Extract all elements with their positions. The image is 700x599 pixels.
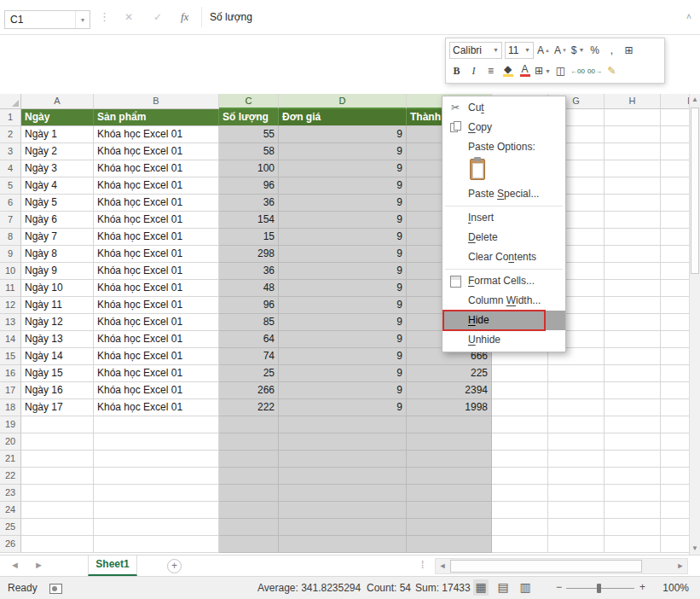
cell-D18[interactable]: 9 <box>279 399 407 416</box>
cell-I17[interactable] <box>661 382 689 399</box>
cell-I19[interactable] <box>661 416 689 433</box>
cell-D25[interactable] <box>279 519 407 536</box>
cell-G18[interactable] <box>548 399 605 416</box>
cell-F19[interactable] <box>492 416 548 433</box>
cell-B23[interactable] <box>94 485 219 502</box>
cell-C7[interactable]: 154 <box>219 212 279 229</box>
cell-D26[interactable] <box>279 536 407 553</box>
cell-A4[interactable]: Ngày 3 <box>21 160 94 177</box>
insert-function-icon[interactable]: fx <box>181 10 188 24</box>
menu-item-unhide[interactable]: Unhide <box>443 330 565 350</box>
cell-C4[interactable]: 100 <box>219 160 279 177</box>
cell-B10[interactable]: Khóa học Excel 01 <box>94 263 219 280</box>
cell-A16[interactable]: Ngày 15 <box>21 365 94 382</box>
new-sheet-button[interactable]: + <box>167 559 182 573</box>
cell-F16[interactable] <box>492 365 548 382</box>
menu-item-paste-options[interactable]: Paste Options: <box>443 137 565 157</box>
cell-C11[interactable]: 48 <box>219 280 279 297</box>
cell-D17[interactable]: 9 <box>279 382 407 399</box>
percent-style-button[interactable]: % <box>587 42 602 59</box>
cell-H25[interactable] <box>605 519 661 536</box>
zoom-in-button[interactable]: + <box>639 581 645 593</box>
cell-A12[interactable]: Ngày 11 <box>21 297 94 314</box>
cell-I5[interactable] <box>661 177 689 195</box>
cell-I3[interactable] <box>661 143 689 160</box>
cell-B12[interactable]: Khóa học Excel 01 <box>94 297 219 314</box>
cell-H17[interactable] <box>605 382 661 399</box>
cell-I8[interactable] <box>661 229 689 246</box>
cell-H22[interactable] <box>605 468 661 485</box>
cell-G19[interactable] <box>548 416 605 433</box>
cell-E16[interactable]: 225 <box>407 365 492 382</box>
cell-G26[interactable] <box>548 536 605 553</box>
cell-E25[interactable] <box>407 519 492 536</box>
cell-B9[interactable]: Khóa học Excel 01 <box>94 246 219 263</box>
cell-D14[interactable]: 9 <box>279 331 407 348</box>
cell-C17[interactable]: 266 <box>219 382 279 399</box>
formula-bar-input[interactable]: Số lượng <box>210 11 252 23</box>
cell-C21[interactable] <box>219 451 279 468</box>
cell-I22[interactable] <box>661 468 689 485</box>
cell-F17[interactable] <box>492 382 548 399</box>
column-header-I[interactable]: I <box>661 94 689 109</box>
cell-D3[interactable]: 9 <box>279 143 407 160</box>
row-header-17[interactable]: 17 <box>0 382 21 399</box>
macro-record-icon[interactable] <box>49 584 62 594</box>
cell-C13[interactable]: 85 <box>219 314 279 331</box>
row-header-2[interactable]: 2 <box>0 126 21 143</box>
cell-D12[interactable]: 9 <box>279 297 407 314</box>
cell-H11[interactable] <box>605 280 661 297</box>
cell-A20[interactable] <box>21 433 94 451</box>
cell-B17[interactable]: Khóa học Excel 01 <box>94 382 219 399</box>
cell-F24[interactable] <box>492 502 548 519</box>
horizontal-scroll-thumb[interactable] <box>450 560 642 573</box>
menu-item-format-cells[interactable]: Format Cells... <box>443 271 565 291</box>
zoom-slider-handle[interactable] <box>597 584 601 593</box>
cell-I12[interactable] <box>661 297 689 314</box>
cell-G24[interactable] <box>548 502 605 519</box>
row-header-15[interactable]: 15 <box>0 348 21 365</box>
row-header-10[interactable]: 10 <box>0 263 21 280</box>
cell-H2[interactable] <box>605 126 661 143</box>
cell-H12[interactable] <box>605 297 661 314</box>
fill-color-button[interactable]: ◆ <box>500 62 515 79</box>
cell-H15[interactable] <box>605 348 661 365</box>
cell-B24[interactable] <box>94 502 219 519</box>
cell-A2[interactable]: Ngày 1 <box>21 126 94 143</box>
column-header-C[interactable]: C <box>219 94 279 109</box>
cell-E24[interactable] <box>407 502 492 519</box>
cell-A22[interactable] <box>21 468 94 485</box>
merge-center-button[interactable]: ◫ <box>553 62 568 79</box>
cell-H8[interactable] <box>605 229 661 246</box>
font-color-button[interactable]: A <box>518 62 532 79</box>
cell-A14[interactable]: Ngày 13 <box>21 331 94 348</box>
collapse-formula-bar-icon[interactable]: ˄ <box>686 12 691 21</box>
cell-D24[interactable] <box>279 502 407 519</box>
cell-C23[interactable] <box>219 485 279 502</box>
cell-I15[interactable] <box>661 348 689 365</box>
cell-A21[interactable] <box>21 451 94 468</box>
cell-F21[interactable] <box>492 451 548 468</box>
cell-F20[interactable] <box>492 433 548 451</box>
zoom-slider[interactable] <box>566 588 634 589</box>
cell-B25[interactable] <box>94 519 219 536</box>
page-layout-view-button[interactable]: ▤ <box>495 579 511 596</box>
page-break-view-button[interactable]: ▥ <box>518 579 533 596</box>
name-box[interactable]: C1 ▾ <box>4 10 90 29</box>
format-as-table-icon[interactable]: ⊞ <box>622 42 636 59</box>
cell-B3[interactable]: Khóa học Excel 01 <box>94 143 219 160</box>
cell-C14[interactable]: 64 <box>219 331 279 348</box>
cell-H9[interactable] <box>605 246 661 263</box>
cell-A9[interactable]: Ngày 8 <box>21 246 94 263</box>
menu-item-delete[interactable]: Delete <box>443 228 565 247</box>
cell-H5[interactable] <box>605 177 661 195</box>
row-header-4[interactable]: 4 <box>0 160 21 177</box>
cell-D23[interactable] <box>279 485 407 502</box>
cell-G23[interactable] <box>548 485 605 502</box>
scroll-down-icon[interactable]: ▼ <box>690 543 700 555</box>
cell-F23[interactable] <box>492 485 548 502</box>
cell-E23[interactable] <box>407 485 492 502</box>
row-header-22[interactable]: 22 <box>0 468 21 485</box>
cell-H4[interactable] <box>605 160 661 177</box>
font-name-select[interactable]: Calibri ▼ <box>449 42 502 59</box>
